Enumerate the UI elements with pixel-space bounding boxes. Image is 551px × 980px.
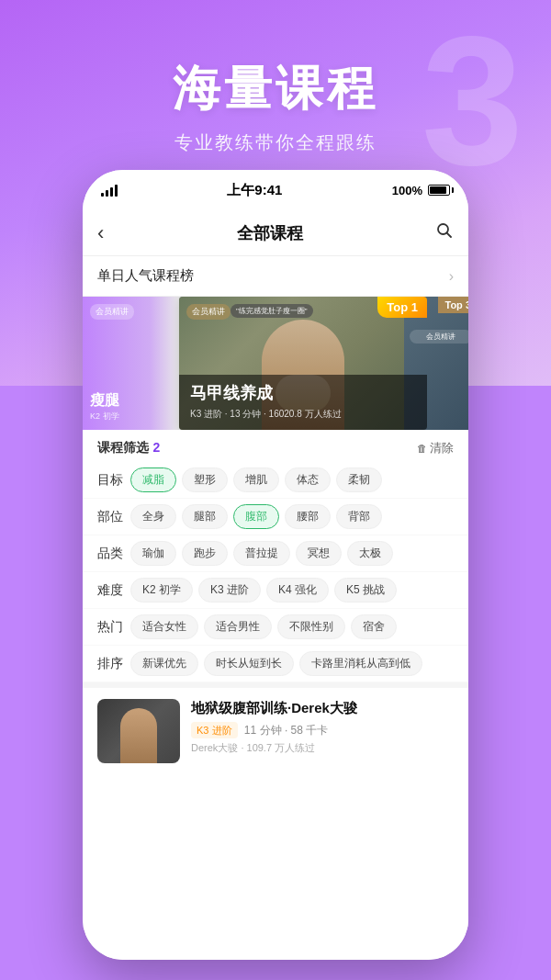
- filter-tag-1-2[interactable]: 腹部: [233, 504, 279, 529]
- course-thumbnail: [97, 699, 180, 763]
- daily-rank-banner[interactable]: 单日人气课程榜 ›: [83, 256, 468, 297]
- right-card-top-badge: Top 3: [438, 297, 468, 313]
- course-carousel[interactable]: 会员精讲 瘦腿 K2 初学 会员精讲 "练完感觉肚子瘦一圈" Top 1 马甲线…: [83, 297, 468, 430]
- left-card-title: 瘦腿: [90, 391, 172, 409]
- main-card-member-badge: 会员精讲: [186, 304, 231, 320]
- main-card-overlay: 马甲线养成 K3 进阶 · 13 分钟 · 16020.8 万人练过: [179, 375, 427, 430]
- main-card-info: K3 进阶 · 13 分钟 · 16020.8 万人练过: [190, 408, 416, 421]
- status-bar: 上午9:41 100%: [83, 170, 468, 210]
- filter-tag-0-1[interactable]: 塑形: [182, 467, 228, 492]
- filter-row-5: 排序新课优先时长从短到长卡路里消耗从高到低: [83, 646, 468, 682]
- filter-tags-2: 瑜伽跑步普拉提冥想太极: [130, 541, 393, 566]
- right-card-badge: 会员精讲: [410, 330, 468, 344]
- filter-tag-3-0[interactable]: K2 初学: [130, 578, 193, 603]
- filter-tag-0-0[interactable]: 减脂: [130, 467, 176, 492]
- daily-rank-arrow-icon: ›: [449, 268, 454, 285]
- filter-tag-5-1[interactable]: 时长从短到长: [204, 651, 294, 676]
- daily-rank-label: 单日人气课程榜: [97, 267, 194, 285]
- search-button[interactable]: [435, 221, 454, 244]
- filter-tags-0: 减脂塑形增肌体态柔韧: [130, 467, 382, 492]
- filter-tag-3-1[interactable]: K3 进阶: [198, 578, 261, 603]
- filter-row-label-1: 部位: [97, 509, 123, 525]
- filter-count: 2: [152, 440, 160, 455]
- filter-row-label-5: 排序: [97, 656, 123, 672]
- course-duration: 11 分钟: [244, 724, 282, 737]
- filter-tag-3-3[interactable]: K5 挑战: [334, 578, 397, 603]
- filter-tag-1-1[interactable]: 腿部: [182, 504, 228, 529]
- course-list-item[interactable]: 地狱级腹部训练·Derek大骏 K3 进阶 11 分钟 · 58 千卡 Dere…: [83, 682, 468, 774]
- filter-tag-4-1[interactable]: 适合男性: [204, 614, 272, 639]
- filter-tag-0-4[interactable]: 柔韧: [336, 467, 382, 492]
- left-card-badge: 会员精讲: [90, 304, 134, 320]
- filter-tags-3: K2 初学K3 进阶K4 强化K5 挑战: [130, 578, 397, 603]
- course-title: 地狱级腹部训练·Derek大骏: [191, 699, 454, 717]
- filter-tag-4-0[interactable]: 适合女性: [130, 614, 198, 639]
- carousel-main-card[interactable]: 会员精讲 "练完感觉肚子瘦一圈" Top 1 马甲线养成 K3 进阶 · 13 …: [179, 297, 427, 430]
- page-title: 全部课程: [237, 222, 303, 244]
- filter-header: 课程筛选 2 🗑 清除: [83, 430, 468, 462]
- filter-tag-0-2[interactable]: 增肌: [233, 467, 279, 492]
- top-rank-badge: Top 1: [377, 297, 427, 318]
- filter-title-area: 课程筛选 2: [97, 439, 160, 456]
- hero-title: 海量课程: [173, 57, 378, 121]
- filter-row-label-2: 品类: [97, 546, 123, 562]
- filter-tag-2-0[interactable]: 瑜伽: [130, 541, 176, 566]
- filter-tags-1: 全身腿部腹部腰部背部: [130, 504, 382, 529]
- filter-row-label-3: 难度: [97, 582, 123, 599]
- nav-bar: ‹ 全部课程: [83, 210, 468, 256]
- content-area: 单日人气课程榜 › 会员精讲 瘦腿 K2 初学 会员精讲 "练完感觉肚子瘦一圈"…: [83, 256, 468, 960]
- filter-tags-4: 适合女性适合男性不限性别宿舍: [130, 614, 397, 639]
- course-author: Derek大骏 · 109.7 万人练过: [191, 741, 454, 755]
- filter-row-1: 部位全身腿部腹部腰部背部: [83, 499, 468, 535]
- hero-section: 海量课程 专业教练带你全程跟练: [0, 0, 551, 184]
- back-button[interactable]: ‹: [97, 221, 104, 245]
- filter-tag-3-2[interactable]: K4 强化: [266, 578, 329, 603]
- phone-frame: 上午9:41 100% ‹ 全部课程 单日人气课程榜 ›: [83, 170, 468, 960]
- filter-row-label-0: 目标: [97, 472, 123, 489]
- trash-icon: 🗑: [417, 443, 427, 454]
- difficulty-badge: K3 进阶: [191, 722, 238, 739]
- filter-tag-2-3[interactable]: 冥想: [296, 541, 342, 566]
- main-card-quote-badge: "练完感觉肚子瘦一圈": [231, 304, 313, 318]
- main-card-title: 马甲线养成: [190, 384, 416, 404]
- filter-row-4: 热门适合女性适合男性不限性别宿舍: [83, 609, 468, 646]
- search-icon: [435, 221, 454, 240]
- status-time: 上午9:41: [227, 182, 282, 199]
- filter-tag-2-2[interactable]: 普拉提: [233, 541, 290, 566]
- signal-icon: [101, 184, 118, 197]
- battery-percent: 100%: [392, 184, 422, 197]
- filter-tag-1-3[interactable]: 腰部: [285, 504, 331, 529]
- signal-area: [101, 184, 118, 197]
- filter-clear-label: 清除: [430, 440, 454, 456]
- filter-tag-4-2[interactable]: 不限性别: [277, 614, 345, 639]
- filter-tag-0-3[interactable]: 体态: [285, 467, 331, 492]
- filter-row-label-4: 热门: [97, 619, 123, 636]
- filter-row-0: 目标减脂塑形增肌体态柔韧: [83, 462, 468, 499]
- left-card-sub: K2 初学: [90, 411, 172, 422]
- filter-row-3: 难度K2 初学K3 进阶K4 强化K5 挑战: [83, 572, 468, 609]
- filter-tag-4-3[interactable]: 宿舍: [351, 614, 397, 639]
- filter-tag-5-0[interactable]: 新课优先: [130, 651, 198, 676]
- filter-tags-5: 新课优先时长从短到长卡路里消耗从高到低: [130, 651, 422, 676]
- hero-subtitle: 专业教练带你全程跟练: [174, 130, 377, 155]
- course-info: 地狱级腹部训练·Derek大骏 K3 进阶 11 分钟 · 58 千卡 Dere…: [191, 699, 454, 763]
- carousel-left-overlay: 会员精讲 瘦腿 K2 初学: [83, 297, 179, 430]
- filter-rows: 目标减脂塑形增肌体态柔韧部位全身腿部腹部腰部背部品类瑜伽跑步普拉提冥想太极难度K…: [83, 462, 468, 682]
- filter-tag-5-2[interactable]: 卡路里消耗从高到低: [299, 651, 422, 676]
- filter-title: 课程筛选: [97, 440, 149, 455]
- status-right: 100%: [392, 184, 450, 197]
- course-meta: K3 进阶 11 分钟 · 58 千卡: [191, 722, 454, 739]
- course-kcal: 58 千卡: [291, 724, 329, 737]
- filter-row-2: 品类瑜伽跑步普拉提冥想太极: [83, 535, 468, 572]
- course-calories: ·: [285, 724, 291, 737]
- filter-tag-2-1[interactable]: 跑步: [182, 541, 228, 566]
- filter-clear-button[interactable]: 🗑 清除: [417, 440, 454, 456]
- svg-line-1: [446, 233, 451, 238]
- filter-tag-1-0[interactable]: 全身: [130, 504, 176, 529]
- battery-icon: [428, 185, 450, 196]
- filter-tag-1-4[interactable]: 背部: [336, 504, 382, 529]
- filter-tag-2-4[interactable]: 太极: [347, 541, 393, 566]
